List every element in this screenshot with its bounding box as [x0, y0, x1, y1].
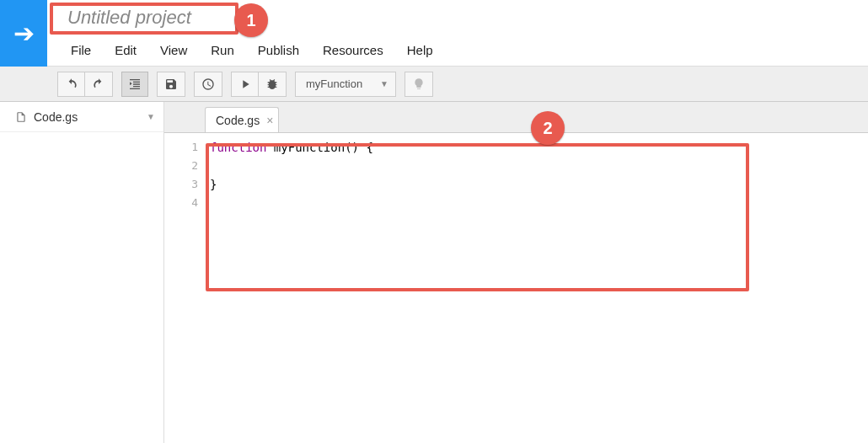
function-select[interactable]: myFunction ▼ [295, 72, 396, 97]
logo: ➔ [0, 0, 47, 67]
clock-icon [201, 77, 215, 91]
save-button[interactable] [158, 72, 185, 96]
undo-button[interactable] [58, 72, 85, 96]
menu-edit[interactable]: Edit [103, 36, 148, 64]
menu-help[interactable]: Help [395, 36, 445, 64]
sidebar: Code.gs ▼ [0, 102, 164, 443]
project-title[interactable]: Untitled project [59, 3, 200, 32]
code-text: } [210, 175, 373, 194]
file-entry[interactable]: Code.gs ▼ [0, 102, 163, 132]
tab-label: Code.gs [216, 114, 260, 127]
tab-bar: Code.gs × [164, 102, 868, 132]
play-icon [238, 77, 252, 91]
hints-button[interactable] [405, 72, 433, 97]
redo-button[interactable] [85, 72, 112, 96]
line-number: 2 [164, 157, 198, 175]
keyword: function [210, 141, 266, 154]
triggers-group [194, 72, 222, 97]
menu-resources[interactable]: Resources [311, 36, 395, 64]
indent-icon [128, 77, 142, 91]
line-number: 1 [164, 138, 198, 157]
title-row: Untitled project [47, 0, 868, 35]
toolbar: myFunction ▼ [0, 67, 868, 102]
bug-icon [265, 77, 279, 91]
chevron-down-icon[interactable]: ▼ [147, 112, 155, 121]
triggers-button[interactable] [195, 72, 222, 96]
chevron-down-icon: ▼ [380, 79, 388, 88]
save-group [157, 72, 185, 97]
code-editor[interactable]: 1 2 3 4 function myFunction() { } [164, 132, 868, 443]
undo-icon [65, 77, 78, 91]
code-text: myFunction() { [266, 141, 372, 154]
editor-area: Code.gs × 1 2 3 4 function myFunction() … [164, 102, 868, 443]
debug-button[interactable] [259, 72, 286, 96]
save-icon [164, 77, 178, 91]
close-icon[interactable]: × [266, 114, 273, 127]
header: ➔ Untitled project File Edit View Run Pu… [0, 0, 868, 67]
main: Code.gs ▼ Code.gs × 1 2 3 4 function myF… [0, 102, 868, 443]
file-icon [15, 110, 27, 124]
menu-run[interactable]: Run [199, 36, 246, 64]
menu-publish[interactable]: Publish [246, 36, 311, 64]
gutter: 1 2 3 4 [164, 133, 205, 443]
indent-button[interactable] [121, 72, 148, 97]
menu-view[interactable]: View [148, 36, 199, 64]
run-debug-group [231, 72, 287, 97]
file-name: Code.gs [34, 110, 78, 124]
redo-icon [92, 77, 105, 91]
run-button[interactable] [232, 72, 259, 96]
lightbulb-icon [412, 77, 426, 91]
undo-redo-group [57, 72, 113, 97]
arrow-right-icon: ➔ [13, 21, 35, 46]
line-number: 3 [164, 175, 198, 194]
line-number: 4 [164, 194, 198, 212]
menu-bar: File Edit View Run Publish Resources Hel… [47, 35, 868, 66]
menu-file[interactable]: File [59, 36, 103, 64]
header-right: Untitled project File Edit View Run Publ… [47, 0, 868, 66]
function-select-label: myFunction [306, 77, 362, 90]
code-content[interactable]: function myFunction() { } [205, 133, 373, 443]
tab-active[interactable]: Code.gs × [205, 107, 279, 132]
